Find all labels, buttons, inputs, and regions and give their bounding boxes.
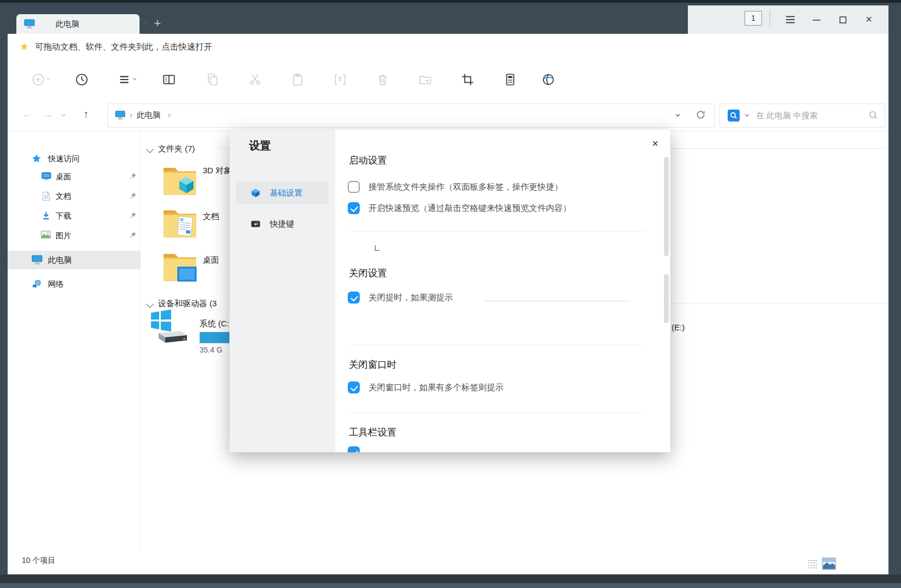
option-label[interactable]: 开启快速预览（通过敲击空格键来快速预览文件内容） [368,202,571,214]
network-icon [32,279,42,288]
sidebar-item-downloads[interactable]: 下载 [8,208,140,224]
tab-count-badge[interactable]: 1 [745,11,762,26]
dialog-scrollbar-thumb[interactable] [664,157,669,256]
star-icon: ★ [20,34,29,60]
folder-icon-desktop[interactable] [162,250,198,284]
screen-artifact [375,245,379,251]
sidebar-item-quick-access[interactable]: 快速访问 [8,150,140,167]
breadcrumb-separator: › [168,104,171,126]
checkbox-close-window-prompt[interactable] [348,381,360,393]
dialog-close-icon[interactable]: × [645,134,665,154]
settings-nav-shortcuts[interactable]: 快捷键 [236,213,329,235]
folder-label[interactable]: 文档 [203,211,219,222]
refresh-icon[interactable] [696,110,706,120]
pin-icon[interactable] [129,231,137,240]
up-icon[interactable]: ↑ [78,99,94,131]
select-crop-icon[interactable] [458,70,477,89]
pictures-icon [41,231,51,239]
close-icon[interactable]: × [858,5,880,34]
group-header-folders[interactable]: 文件夹 (7) [158,144,195,154]
sidebar-item-documents[interactable]: 文档 [8,188,140,204]
paste-icon[interactable] [288,70,307,89]
address-dropdown-icon[interactable] [675,112,681,118]
folder-icon-3d-objects[interactable] [162,163,198,197]
copy-icon[interactable] [203,70,222,89]
checkbox-close-prompt[interactable] [348,292,360,304]
option-label[interactable]: 接管系统文件夹操作（双面板多标签，操作更快捷） [368,181,563,193]
details-view-icon[interactable] [807,558,819,570]
checkbox-toolbar-partial[interactable] [348,446,360,452]
downloads-icon [41,211,51,220]
address-row: ← → ↑ › 此电脑 › [8,99,888,131]
cube-icon [251,188,261,198]
sidebar-item-network[interactable]: 网络 [8,276,140,292]
folder-icon-documents[interactable] [162,206,198,240]
sidebar-item-desktop[interactable]: 桌面 [8,168,140,185]
hamburger-menu-icon[interactable] [779,5,801,34]
toolbar [8,60,888,100]
sidebar-item-label: 文档 [56,188,71,204]
view-options-icon[interactable] [115,70,134,89]
cut-icon[interactable] [246,70,264,89]
address-bar[interactable]: › 此电脑 › [107,104,715,128]
recent-locations-dropdown-icon[interactable] [61,112,67,119]
new-folder-icon[interactable] [416,70,434,89]
network-globe-icon[interactable] [539,70,558,89]
window-frame-top [0,0,901,3]
window-frame-bottom [0,574,901,583]
settings-nav-basic[interactable]: 基础设置 [236,181,329,204]
rename-icon[interactable] [331,70,349,89]
calculator-icon[interactable] [501,70,519,89]
breadcrumb-separator: › [130,104,132,126]
maximize-icon[interactable] [832,5,854,34]
pin-icon[interactable] [129,211,137,220]
screen-artifact [484,301,630,301]
group-collapse-icon[interactable] [146,146,154,153]
sidebar-item-label: 网络 [48,276,64,292]
checkbox-quick-preview[interactable] [348,202,360,214]
view-options-dropdown-icon[interactable] [132,76,138,83]
drag-hint-bar[interactable]: ★ 可拖动文档、软件、文件夹到此，点击快速打开 [8,34,888,60]
option-label[interactable]: 关闭提时，如果测提示 [368,292,453,304]
breadcrumb-this-pc[interactable]: 此电脑 [137,104,161,126]
minimize-icon[interactable] [806,5,827,34]
sidebar-item-pictures[interactable]: 图片 [8,227,140,244]
window-frame-edge [0,583,901,588]
settings-nav-pane [229,130,335,452]
new-item-icon[interactable] [29,70,47,89]
checkbox-takeover-system[interactable] [348,181,360,193]
drive-free-space: 35.4 G [199,345,222,354]
new-tab-button[interactable]: + [148,14,167,34]
thumbnail-view-icon[interactable] [822,557,836,570]
sidebar-divider [140,131,141,553]
section-divider [349,231,644,232]
group-collapse-icon[interactable] [146,300,154,308]
option-label[interactable]: 关闭窗口时，如果有多个标签则提示 [368,381,504,393]
history-clock-icon[interactable] [72,70,91,89]
folder-label[interactable]: 3D 对象 [203,166,232,176]
delete-icon[interactable] [373,70,392,89]
drive-label[interactable]: 系统 (C:) [199,319,232,329]
search-icon[interactable] [868,110,879,120]
keyboard-icon [251,219,261,229]
dual-pane-icon[interactable] [160,70,178,89]
sidebar-item-this-pc[interactable]: 此电脑 [8,252,140,268]
new-item-dropdown-icon[interactable] [46,76,52,83]
search-input[interactable]: 在 此电脑 中搜索 [719,104,885,128]
folder-label[interactable]: 桌面 [203,255,219,265]
computer-icon [24,19,35,29]
section-heading: 关闭设置 [349,266,387,280]
drive-label-e[interactable]: (E:) [672,323,685,332]
pin-icon[interactable] [129,192,137,201]
settings-title: 设置 [249,138,271,153]
pin-icon[interactable] [129,172,137,181]
search-engine-dropdown-icon[interactable] [744,112,750,118]
dialog-scrollbar-thumb[interactable] [664,274,669,323]
back-icon[interactable]: ← [19,99,35,131]
tab-this-pc[interactable]: 此电脑 × [16,14,140,34]
drive-icon-system-c[interactable] [150,308,188,344]
sidebar-item-label: 下载 [56,208,71,224]
section-heading: 工具栏设置 [349,426,397,439]
everything-search-icon[interactable] [728,110,740,122]
forward-icon[interactable]: → [40,99,56,131]
